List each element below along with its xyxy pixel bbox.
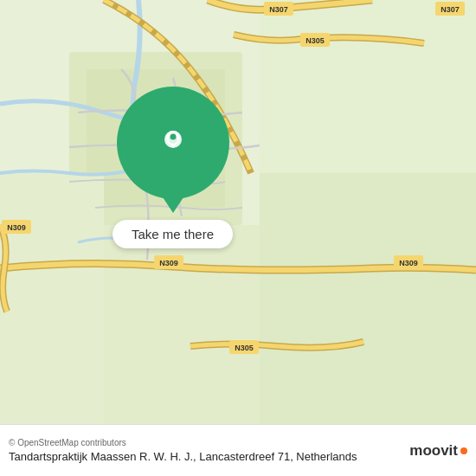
- svg-text:N305: N305: [235, 344, 254, 352]
- location-popup: Take me there: [113, 87, 233, 248]
- moovit-dot-icon: [460, 447, 467, 454]
- svg-text:N309: N309: [159, 259, 178, 267]
- moovit-logo: moovit: [409, 442, 467, 460]
- svg-text:N307: N307: [269, 5, 288, 14]
- popup-triangle: [163, 197, 183, 213]
- svg-text:N309: N309: [7, 223, 26, 232]
- svg-text:N309: N309: [399, 259, 418, 267]
- osm-attribution: © OpenStreetMap contributors: [9, 438, 409, 447]
- footer-text: © OpenStreetMap contributors Tandartspra…: [9, 438, 409, 463]
- footer: © OpenStreetMap contributors Tandartspra…: [0, 424, 476, 476]
- svg-text:N307: N307: [441, 5, 460, 14]
- location-pin-icon: [152, 122, 194, 164]
- map-area: N307 N307 N305 N309 N309 N309 N305: [0, 0, 476, 424]
- take-me-there-button[interactable]: Take me there: [113, 220, 233, 248]
- svg-rect-6: [260, 0, 476, 173]
- moovit-text: moovit: [409, 442, 458, 460]
- svg-text:N305: N305: [306, 36, 325, 45]
- svg-rect-4: [104, 225, 260, 424]
- popup-bubble: [117, 87, 229, 199]
- location-name: Tandartspraktijk Maassen R. W. H. J., La…: [9, 450, 409, 463]
- svg-point-23: [170, 134, 176, 140]
- svg-rect-3: [0, 173, 104, 424]
- svg-rect-5: [260, 173, 476, 424]
